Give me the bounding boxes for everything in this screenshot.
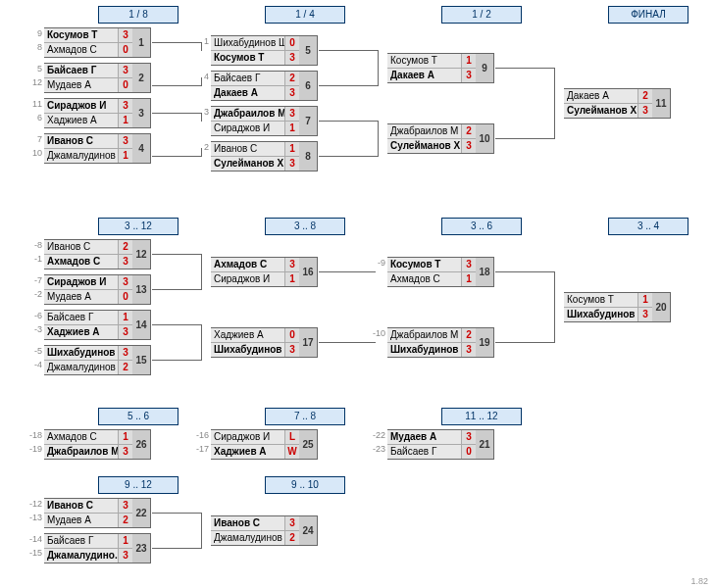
player-name: Байсаев Г bbox=[211, 72, 284, 85]
score: 3 bbox=[284, 107, 299, 121]
player-name: Шихабудинов Ш bbox=[211, 36, 284, 50]
match-m4: 710Иванов С3Джамалудинов М14 bbox=[44, 133, 151, 164]
score: 3 bbox=[118, 325, 132, 339]
match-row: Дакаев А2 bbox=[564, 89, 652, 103]
score: W bbox=[284, 445, 299, 459]
player-name: Иванов С bbox=[44, 499, 118, 513]
match-row: Сулейманов Х3 bbox=[564, 103, 652, 118]
stage-s38: 3 .. 8 bbox=[265, 218, 345, 235]
score: 3 bbox=[118, 275, 132, 289]
player-name: Шихабудинов Ш bbox=[387, 343, 461, 357]
player-name: Дакаев А bbox=[564, 89, 638, 103]
player-name: Иванов С bbox=[211, 142, 284, 156]
match-row: Ахмадов С0 bbox=[44, 42, 132, 57]
score: 3 bbox=[638, 104, 652, 118]
seed: 11 bbox=[26, 99, 42, 109]
score: 3 bbox=[284, 157, 299, 171]
match-m21: -22-23Мудаев А3Байсаев Г021 bbox=[387, 429, 494, 460]
score: 3 bbox=[118, 255, 132, 269]
player-name: Джамалудинов М bbox=[44, 361, 118, 374]
match-m17: Хаджиев А0Шихабудинов Ш317 bbox=[211, 327, 318, 358]
player-name: Сулейманов Х bbox=[211, 157, 284, 171]
match-m3: 116Сираджов И3Хаджиев А13 bbox=[44, 98, 151, 128]
match-m16: Ахмадов С3Сираджов И116 bbox=[211, 257, 318, 287]
player-name: Косумов Т bbox=[44, 28, 118, 42]
player-name: Сираджов И bbox=[211, 272, 284, 286]
match-m23: -14-15Байсаев Г1Джамалудино...323 bbox=[44, 533, 151, 564]
connector bbox=[152, 271, 202, 290]
connector bbox=[495, 271, 555, 308]
player-name: Ахмадов С bbox=[44, 43, 118, 57]
player-name: Шихабудинов Ш bbox=[44, 346, 118, 360]
score: 2 bbox=[284, 531, 299, 545]
score: 2 bbox=[118, 361, 132, 374]
match-m12: -8-1Иванов С2Ахмадов С312 bbox=[44, 239, 151, 270]
match-row: Ахмадов С1 bbox=[44, 430, 132, 444]
seed: 12 bbox=[26, 77, 42, 87]
stage-s1112: 11 .. 12 bbox=[441, 408, 522, 425]
score: 1 bbox=[118, 311, 132, 324]
player-name: Ахмадов С bbox=[44, 255, 118, 269]
score: 3 bbox=[461, 343, 476, 357]
match-m25: -16-17Сираджов ИLХаджиев АW25 bbox=[211, 429, 318, 460]
match-m22: -12-13Иванов С3Мудаев А222 bbox=[44, 498, 151, 528]
score: 1 bbox=[118, 114, 132, 127]
match-number: 22 bbox=[132, 498, 151, 528]
player-name: Иванов С bbox=[44, 240, 118, 254]
match-row: Сираджов И3 bbox=[44, 99, 132, 113]
match-number: 24 bbox=[299, 515, 318, 546]
player-name: Косумов Т bbox=[211, 51, 284, 65]
match-number: 12 bbox=[132, 239, 151, 270]
connector bbox=[319, 50, 379, 69]
match-row: Мудаев А3 bbox=[387, 430, 476, 444]
connector bbox=[319, 342, 376, 344]
score: 3 bbox=[461, 69, 476, 82]
player-name: Джамалудино... bbox=[44, 549, 118, 563]
connector bbox=[152, 148, 202, 157]
match-row: Хаджиев А1 bbox=[44, 113, 132, 127]
version-label: 1.82 bbox=[690, 576, 708, 586]
match-m10: Джабраилов М2Сулейманов Х310 bbox=[387, 123, 494, 154]
seed: 10 bbox=[26, 148, 42, 158]
score: 2 bbox=[461, 124, 476, 138]
match-row: Дакаев А3 bbox=[387, 68, 476, 82]
score: 1 bbox=[118, 149, 132, 163]
connector bbox=[152, 513, 202, 531]
match-row: Хаджиев А3 bbox=[44, 324, 132, 339]
match-row: Иванов С2 bbox=[44, 240, 132, 254]
match-number: 3 bbox=[132, 98, 151, 128]
score: 1 bbox=[118, 430, 132, 444]
connector bbox=[152, 254, 202, 272]
match-number: 6 bbox=[299, 71, 318, 101]
player-name: Шихабудинов Ш bbox=[564, 308, 638, 321]
player-name: Дакаев А bbox=[387, 69, 461, 82]
score: 0 bbox=[118, 78, 132, 92]
match-m13: -7-2Сираджов И3Мудаев А013 bbox=[44, 274, 151, 305]
seed: -14 bbox=[26, 534, 42, 544]
score: 3 bbox=[118, 499, 132, 513]
stage-s14: 1 / 4 bbox=[265, 6, 345, 24]
match-number: 7 bbox=[299, 106, 318, 136]
player-name: Шихабудинов Ш bbox=[211, 343, 284, 357]
connector bbox=[495, 307, 555, 343]
match-number: 9 bbox=[476, 53, 494, 83]
match-row: Байсаев Г1 bbox=[44, 534, 132, 548]
seed: -22 bbox=[370, 430, 385, 440]
match-row: Иванов С3 bbox=[44, 499, 132, 513]
seed: -1 bbox=[26, 254, 42, 264]
match-number: 2 bbox=[132, 63, 151, 93]
stage-s78: 7 .. 8 bbox=[265, 408, 345, 425]
match-row: Иванов С3 bbox=[44, 134, 132, 148]
match-m6: 4Байсаев Г2Дакаев А36 bbox=[211, 71, 318, 101]
match-row: Джамалудино...3 bbox=[44, 548, 132, 563]
seed: -15 bbox=[26, 548, 42, 558]
match-row: Джамалудинов М2 bbox=[44, 360, 132, 374]
player-name: Сираджов И bbox=[211, 122, 284, 135]
score: 3 bbox=[118, 64, 132, 77]
score: 1 bbox=[284, 122, 299, 135]
seed: -13 bbox=[26, 513, 42, 522]
match-m2: 512Байсаев Г3Мудаев А02 bbox=[44, 63, 151, 93]
player-name: Иванов С bbox=[211, 516, 284, 530]
score: 0 bbox=[461, 445, 476, 459]
match-row: Иванов С1 bbox=[211, 142, 299, 156]
